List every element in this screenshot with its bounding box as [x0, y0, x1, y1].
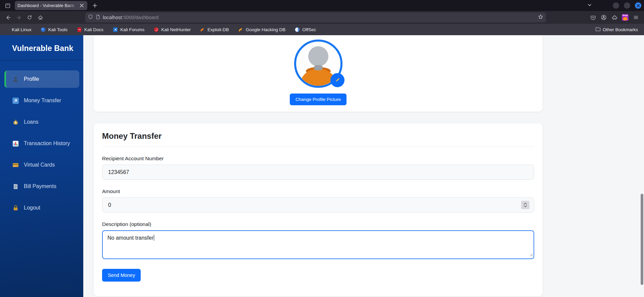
star-icon[interactable]: [538, 14, 543, 21]
scrollbar-thumb[interactable]: [641, 194, 643, 285]
url-text: localhost:5000/dashboard: [103, 15, 535, 20]
sidebar-item-money-transfer[interactable]: Money Transfer: [4, 92, 79, 109]
kali-dragon-icon: [4, 27, 9, 32]
bookmarks-bar: Kali Linux Kali Tools Kali Docs Kali For…: [0, 24, 644, 35]
card-title: Money Transfer: [102, 131, 534, 141]
new-tab-icon[interactable]: [90, 1, 99, 10]
amount-field: [102, 194, 534, 213]
avatar: [294, 40, 342, 88]
bookmark-kali-tools[interactable]: Kali Tools: [41, 27, 68, 32]
brand-title: Vulnerable Bank: [0, 35, 83, 53]
main-area: Change Profile Picture Money Transfer Re…: [83, 35, 644, 297]
sidebar-item-transaction-history[interactable]: Transaction History: [4, 135, 79, 152]
orange-bird-icon: [200, 27, 205, 32]
send-money-button[interactable]: Send Money: [102, 269, 141, 282]
home-icon[interactable]: [35, 12, 46, 22]
title-divider: [102, 146, 534, 147]
text-caret: [154, 235, 154, 241]
description-textarea[interactable]: No amount transfer: [102, 230, 534, 259]
avatar-neck: [314, 65, 323, 70]
bookmark-exploit-db[interactable]: Exploit-DB: [200, 27, 229, 32]
blue-white-orb-icon: [294, 27, 300, 32]
bar-chart-icon: [12, 140, 19, 147]
minimize-icon[interactable]: [613, 2, 619, 9]
menu-icon[interactable]: [631, 12, 641, 22]
bookmark-label: Kali NetHunter: [161, 27, 191, 32]
reload-icon[interactable]: [24, 12, 35, 22]
maximize-icon[interactable]: [624, 2, 630, 9]
folder-icon: [595, 26, 601, 33]
burp-fox-shape: [623, 17, 628, 20]
amount-input[interactable]: [102, 197, 534, 213]
extensions-icon[interactable]: [609, 12, 620, 22]
sidebar-item-loans[interactable]: Loans: [4, 113, 79, 131]
tab-title: Dashboard - Vulnerable Bank: [17, 3, 79, 8]
description-text: No amount transfer: [107, 235, 153, 241]
change-profile-picture-button[interactable]: Change Profile Picture: [290, 94, 347, 105]
bookmark-label: Google Hacking DB: [246, 27, 286, 32]
blue-dragon-icon: [112, 27, 118, 32]
credit-card-icon: [12, 162, 19, 168]
sidebar-nav: Profile Money Transfer Loans Transaction…: [0, 60, 83, 217]
browser-tab[interactable]: Dashboard - Vulnerable Bank: [15, 1, 87, 10]
bookmark-label: OffSec: [302, 27, 316, 32]
sidebar-item-logout[interactable]: Logout: [4, 199, 79, 217]
bookmark-kali-linux[interactable]: Kali Linux: [4, 27, 32, 32]
blue-globe-icon: [41, 27, 46, 32]
sidebar-item-label: Loans: [24, 119, 39, 125]
tab-bar: Dashboard - Vulnerable Bank: [0, 0, 644, 11]
sidebar-item-label: Profile: [24, 76, 39, 82]
bookmark-offsec[interactable]: OffSec: [294, 27, 316, 32]
burp-suite-icon[interactable]: burp: [620, 12, 631, 22]
money-transfer-card: Money Transfer Recipient Account Number …: [94, 123, 543, 296]
money-bag-icon: [12, 119, 19, 125]
bookmark-kali-nethunter[interactable]: Kali NetHunter: [153, 27, 191, 32]
description-label: Description (optional): [102, 221, 534, 227]
user-icon: [12, 76, 19, 82]
sidebar-item-bill-payments[interactable]: Bill Payments: [4, 178, 79, 195]
back-icon[interactable]: [3, 12, 13, 22]
shield-icon[interactable]: [88, 14, 93, 21]
account-icon[interactable]: [598, 12, 609, 22]
url-host: localhost: [103, 15, 122, 20]
sidebar-item-label: Transaction History: [24, 140, 70, 146]
forward-icon[interactable]: [13, 12, 24, 22]
page-content: Vulnerable Bank Profile Money Transfer L…: [0, 35, 644, 297]
pocket-icon[interactable]: [588, 12, 598, 22]
bookmark-label: Kali Docs: [84, 27, 103, 32]
tabs-list-chevron-icon[interactable]: [587, 3, 592, 9]
sidebar-item-label: Money Transfer: [24, 98, 61, 104]
recipient-label: Recipient Account Number: [102, 156, 534, 162]
bookmark-kali-forums[interactable]: Kali Forums: [112, 27, 144, 32]
bookmark-google-hacking-db[interactable]: Google Hacking DB: [238, 27, 286, 32]
recipient-account-input[interactable]: [102, 165, 534, 180]
sidebar-item-label: Bill Payments: [24, 183, 56, 189]
page-icon[interactable]: [96, 14, 100, 21]
profile-card: Change Profile Picture: [94, 35, 543, 112]
sidebar: Vulnerable Bank Profile Money Transfer L…: [0, 35, 83, 297]
firefox-view-icon[interactable]: [3, 1, 13, 10]
bookmark-label: Kali Tools: [48, 27, 68, 32]
pencil-icon[interactable]: [330, 73, 344, 87]
url-bar[interactable]: localhost:5000/dashboard: [85, 12, 546, 22]
red-swirl-icon: [153, 27, 159, 32]
number-spinner-icon[interactable]: [521, 201, 530, 209]
resize-handle-icon[interactable]: [529, 252, 533, 258]
other-bookmarks[interactable]: Other Bookmarks: [595, 26, 638, 33]
sidebar-item-profile[interactable]: Profile: [4, 70, 79, 88]
navigation-toolbar: localhost:5000/dashboard burp: [0, 11, 644, 24]
bookmark-kali-docs[interactable]: Kali Docs: [77, 27, 103, 32]
bookmark-label: Kali Forums: [120, 27, 144, 32]
bookmark-label: Kali Linux: [12, 27, 32, 32]
other-bookmarks-label: Other Bookmarks: [603, 27, 638, 32]
burp-label: burp: [623, 14, 628, 16]
sidebar-item-label: Logout: [24, 205, 40, 211]
sidebar-item-virtual-cards[interactable]: Virtual Cards: [4, 156, 79, 174]
receipt-icon: [12, 183, 19, 190]
window-close-icon[interactable]: [635, 2, 641, 9]
avatar-head: [308, 46, 328, 66]
url-path: :5000/dashboard: [122, 15, 158, 20]
tab-close-icon[interactable]: [79, 3, 85, 9]
amount-label: Amount: [102, 188, 534, 194]
bookmark-label: Exploit-DB: [208, 27, 229, 32]
